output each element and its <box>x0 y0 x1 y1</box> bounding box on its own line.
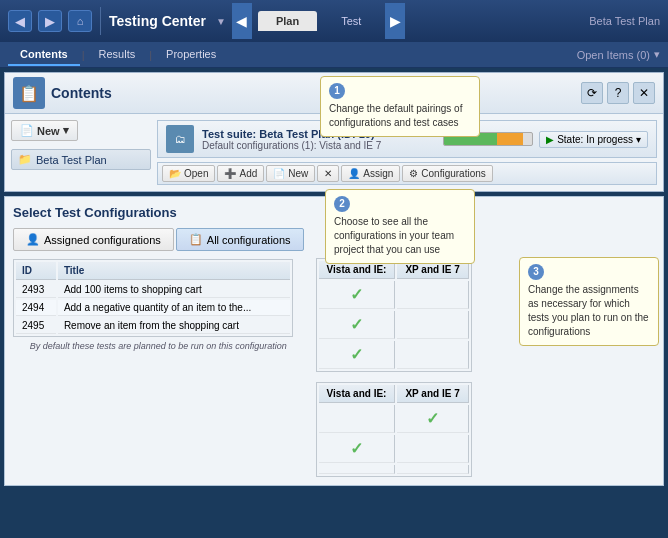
config-table: ID Title 2493Add 100 items to shopping c… <box>13 259 293 337</box>
home-button[interactable]: ⌂ <box>68 10 92 32</box>
callout-2: 2 Choose to see all the configurations i… <box>325 189 475 264</box>
beta-test-plan-item[interactable]: 📁 Beta Test Plan <box>11 149 151 170</box>
suite-icon: 🗂 <box>166 125 194 153</box>
configurations-icon: ⚙ <box>409 168 418 179</box>
table-row: ✓ <box>319 405 469 433</box>
table-row[interactable]: 2494Add a negative quantity of an item t… <box>16 300 290 316</box>
back-button[interactable]: ◀ <box>8 10 32 32</box>
close-icon[interactable]: ✕ <box>633 82 655 104</box>
new-icon: 📄 <box>20 124 34 137</box>
callout-1: 1 Change the default pairings of configu… <box>320 76 480 137</box>
table2-col2: XP and IE 7 <box>397 385 468 403</box>
delete-button[interactable]: ✕ <box>317 165 339 182</box>
config-note: By default these tests are planned to be… <box>13 341 304 351</box>
state-dropdown-icon[interactable]: ▾ <box>636 134 641 145</box>
check-table-2: Vista and IE: XP and IE 7 ✓✓ <box>316 382 472 477</box>
suite-toolbar: 📂 Open ➕ Add 📄 New ✕ <box>157 162 657 185</box>
new-label: New <box>37 125 60 137</box>
table-row[interactable]: 2493Add 100 items to shopping cart <box>16 282 290 298</box>
top-right-label: Beta Test Plan <box>589 15 660 27</box>
tab-test[interactable]: Test <box>323 11 379 31</box>
all-configs-label: All configurations <box>207 234 291 246</box>
row-id: 2495 <box>16 318 56 334</box>
col-id: ID <box>16 262 56 280</box>
tab-properties[interactable]: Properties <box>154 44 228 66</box>
row-title: Add 100 items to shopping cart <box>58 282 290 298</box>
state-badge[interactable]: ▶ State: In progess ▾ <box>539 131 648 148</box>
help-icon[interactable]: ? <box>607 82 629 104</box>
left-config-area: 👤 Assigned configurations 📋 All configur… <box>13 228 304 477</box>
assigned-configs-tab[interactable]: 👤 Assigned configurations <box>13 228 174 251</box>
check-table-1: Vista and IE: XP and IE 7 ✓✓✓ <box>316 258 472 372</box>
open-label: Open <box>184 168 208 179</box>
all-configs-icon: 📋 <box>189 233 203 246</box>
callout-2-text: Choose to see all the configurations in … <box>334 216 454 255</box>
bottom-section: Select Test Configurations 2 Choose to s… <box>4 196 664 486</box>
callout-3: 3 Change the assignments as necessary fo… <box>519 257 659 346</box>
suite-subtitle: Default configurations (1): Vista and IE… <box>202 140 381 151</box>
forward-button[interactable]: ▶ <box>38 10 62 32</box>
tab-plan[interactable]: Plan <box>258 11 317 31</box>
new-suite-button[interactable]: 📄 New <box>266 165 315 182</box>
callout-3-text: Change the assignments as necessary for … <box>528 284 649 337</box>
header-icons: ⟳ ? ✕ <box>581 82 655 104</box>
tab-contents[interactable]: Contents <box>8 44 80 66</box>
assigned-label: Assigned configurations <box>44 234 161 246</box>
row-id: 2494 <box>16 300 56 316</box>
assigned-icon: 👤 <box>26 233 40 246</box>
left-panel: 📄 New ▾ 📁 Beta Test Plan <box>11 120 151 185</box>
assign-label: Assign <box>363 168 393 179</box>
app-title: Testing Center <box>109 13 206 29</box>
state-value: In progess <box>586 134 633 145</box>
callout-2-number: 2 <box>334 196 350 212</box>
refresh-icon[interactable]: ⟳ <box>581 82 603 104</box>
right-nav-arrow[interactable]: ▶ <box>385 3 405 39</box>
add-button[interactable]: ➕ Add <box>217 165 264 182</box>
app-dropdown-icon[interactable]: ▼ <box>216 16 226 27</box>
delete-label: ✕ <box>324 168 332 179</box>
callout-3-number: 3 <box>528 264 544 280</box>
check-tables-area: Vista and IE: XP and IE 7 ✓✓✓ Vista and … <box>316 258 472 477</box>
table-row <box>319 465 469 474</box>
new-dropdown-icon[interactable]: ▾ <box>63 124 69 137</box>
new-suite-icon: 📄 <box>273 168 285 179</box>
configurations-button[interactable]: ⚙ Configurations <box>402 165 492 182</box>
configurations-label: Configurations <box>421 168 485 179</box>
row-title: Add a negative quantity of an item to th… <box>58 300 290 316</box>
table-row: ✓ <box>319 311 469 339</box>
tab-results[interactable]: Results <box>87 44 148 66</box>
table-row: ✓ <box>319 281 469 309</box>
table-row: ✓ <box>319 341 469 369</box>
tree-folder-icon: 📁 <box>18 153 32 166</box>
state-label: State: <box>557 134 583 145</box>
table-row[interactable]: 2495Remove an item from the shopping car… <box>16 318 290 334</box>
add-icon: ➕ <box>224 168 236 179</box>
open-button[interactable]: 📂 Open <box>162 165 215 182</box>
open-items-dropdown[interactable]: ▾ <box>654 48 660 61</box>
new-button[interactable]: 📄 New ▾ <box>11 120 78 141</box>
tree-item-label: Beta Test Plan <box>36 154 107 166</box>
contents-panel-icon: 📋 <box>13 77 45 109</box>
left-nav-arrow[interactable]: ◀ <box>232 3 252 39</box>
table2-col1: Vista and IE: <box>319 385 396 403</box>
all-configs-tab[interactable]: 📋 All configurations <box>176 228 304 251</box>
open-icon: 📂 <box>169 168 181 179</box>
contents-panel-title: Contents <box>51 85 575 101</box>
col-title: Title <box>58 262 290 280</box>
new-suite-label: New <box>288 168 308 179</box>
table-row: ✓ <box>319 435 469 463</box>
top-navigation-bar: ◀ ▶ ⌂ Testing Center ▼ ◀ Plan Test ▶ Bet… <box>0 0 668 42</box>
config-tabs: 👤 Assigned configurations 📋 All configur… <box>13 228 304 251</box>
tab-bar: Contents | Results | Properties Open Ite… <box>0 42 668 68</box>
separator <box>100 7 101 35</box>
add-label: Add <box>239 168 257 179</box>
callout-1-number: 1 <box>329 83 345 99</box>
assign-button[interactable]: 👤 Assign <box>341 165 400 182</box>
row-title: Remove an item from the shopping cart <box>58 318 290 334</box>
play-icon: ▶ <box>546 134 554 145</box>
row-id: 2493 <box>16 282 56 298</box>
progress-orange <box>497 133 523 145</box>
callout-1-text: Change the default pairings of configura… <box>329 103 462 128</box>
assign-icon: 👤 <box>348 168 360 179</box>
open-items-button[interactable]: Open Items (0) <box>577 49 650 61</box>
